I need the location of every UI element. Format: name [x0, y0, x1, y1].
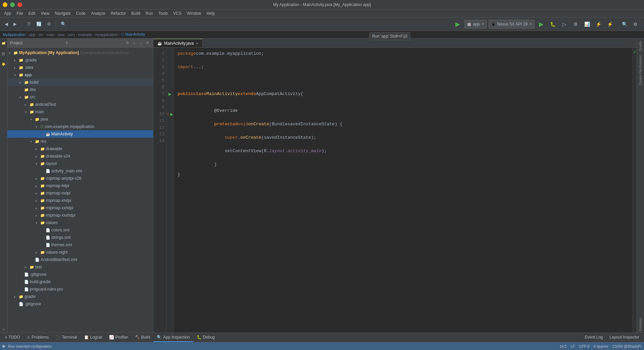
code-content[interactable]: package com.example.myapplication; impor… — [174, 48, 633, 333]
apply-code-changes-button[interactable]: ⚡ — [605, 19, 614, 29]
tree-item-gradle[interactable]: ▸ 📁 .gradle — [7, 56, 153, 64]
project-tool-button[interactable]: 📁 — [1, 40, 6, 48]
tree-item-colors-xml[interactable]: 📄 colors.xml — [7, 226, 153, 234]
tree-item-gitignore-root[interactable]: 📄 .gitignore — [7, 300, 153, 308]
tree-item-values-night[interactable]: ▸ 📁 values-night — [7, 249, 153, 256]
event-log-button[interactable]: Event Log — [581, 333, 606, 342]
resource-manager-button[interactable]: 🖼 — [1, 50, 6, 58]
tree-item-mipmap-xxxhdpi[interactable]: ▸ 📁 mipmap-xxxhdpi — [7, 212, 153, 219]
menu-refactor[interactable]: Refactor — [108, 10, 129, 16]
minimize-button[interactable] — [3, 2, 7, 7]
tree-item-mipmap-xhdpi[interactable]: ▸ 📁 mipmap-xhdpi — [7, 197, 153, 204]
run-config-arrow[interactable]: ▶ — [453, 19, 462, 29]
tree-item-mipmap-xxhdpi[interactable]: ▸ 📁 mipmap-xxhdpi — [7, 204, 153, 212]
forward-button[interactable]: ▶ — [11, 19, 19, 29]
menu-code[interactable]: Code — [73, 10, 89, 16]
bottom-tab-debug[interactable]: 🐛 Debug — [193, 333, 218, 342]
tree-item-themes-xml[interactable]: 📄 themes.xml — [7, 241, 153, 249]
breadcrumb-part-0[interactable]: MyApplication — [3, 33, 26, 37]
favorites-button[interactable]: ⭐ — [1, 60, 6, 69]
menu-help[interactable]: Help — [204, 10, 217, 16]
tree-item-androidmanifest[interactable]: 📄 AndroidManifest.xml — [7, 256, 153, 263]
bottom-tab-app-inspection[interactable]: 🔍 App Inspection — [153, 333, 193, 342]
status-indent[interactable]: 4 spaces — [594, 344, 608, 348]
profile-button[interactable]: 📊 — [582, 19, 592, 29]
menu-run[interactable]: Run — [143, 10, 156, 16]
bottom-tab-problems[interactable]: ⚠ Problems — [23, 333, 52, 342]
gradle-panel-button[interactable]: Gradle — [638, 40, 643, 52]
tree-item-app[interactable]: ▾ 📁 app — [7, 71, 153, 79]
menu-app[interactable]: App — [1, 10, 14, 16]
bottom-tab-logcat[interactable]: 📋 Logcat — [81, 333, 106, 342]
tree-item-mainactivity[interactable]: ☕ MainActivity — [7, 130, 153, 138]
tree-item-drawable-v24[interactable]: ▸ 📁 drawable-v24 — [7, 152, 153, 160]
tree-item-res[interactable]: ▾ 📁 res — [7, 138, 153, 145]
tree-item-proguard[interactable]: 📄 proguard-rules.pro — [7, 286, 153, 293]
tree-item-drawable[interactable]: ▸ 📁 drawable — [7, 145, 153, 152]
tree-item-test[interactable]: ▸ 📁 test — [7, 263, 153, 271]
attach-debugger-button[interactable]: ⚙ — [571, 19, 580, 29]
debug-button[interactable]: 🐛 — [548, 19, 557, 29]
emulator-button[interactable]: Emulator — [638, 316, 643, 333]
tree-item-androidtest[interactable]: ▸ 📁 androidTest — [7, 101, 153, 108]
menu-build[interactable]: Build — [129, 10, 143, 16]
back-button[interactable]: ◀ — [3, 19, 10, 29]
menu-tools[interactable]: Tools — [156, 10, 170, 16]
menu-view[interactable]: View — [38, 10, 52, 16]
menu-window[interactable]: Window — [184, 10, 204, 16]
bottom-tab-todo[interactable]: ≡ TODO — [1, 333, 23, 342]
status-line-ending[interactable]: LF — [571, 344, 575, 348]
maximize-button[interactable] — [10, 2, 15, 7]
menu-file[interactable]: File — [14, 10, 26, 16]
settings-button[interactable]: ⚙ — [45, 19, 53, 29]
tree-item-mipmap-hdpi[interactable]: ▸ 📁 mipmap-hdpi — [7, 182, 153, 189]
bottom-tab-build[interactable]: 🔨 Build — [132, 333, 154, 342]
project-sync-button[interactable]: 🔄 — [34, 19, 44, 29]
recent-files-button[interactable]: ⏱ — [24, 19, 33, 29]
close-button[interactable] — [17, 2, 22, 7]
status-caret-pos[interactable]: 14:2 — [559, 344, 566, 348]
tree-item-build-gradle-app[interactable]: 📄 build.gradle — [7, 278, 153, 286]
class-run-icon[interactable]: ▶ — [168, 92, 171, 96]
menu-analyze[interactable]: Analyze — [88, 10, 108, 16]
run-with-coverage-button[interactable]: ▷ — [559, 19, 569, 29]
tree-item-libs[interactable]: 📁 libs — [7, 86, 153, 93]
device-dropdown[interactable]: 📱 Nexus 5X API 29 ▼ — [489, 20, 535, 29]
method-run-icon[interactable]: ▶ — [170, 112, 173, 117]
tree-item-activity-main-xml[interactable]: 📄 activity_main.xml — [7, 167, 153, 175]
app-config-dropdown[interactable]: 🤖 app ▼ — [464, 20, 487, 29]
tab-close-button[interactable]: ✕ — [196, 42, 198, 45]
tree-item-mipmap-anydpi[interactable]: ▸ 📁 mipmap-anydpi-v26 — [7, 175, 153, 182]
project-collapse-button[interactable]: ≡ — [132, 40, 137, 46]
tree-item-idea[interactable]: ▸ 📁 .idea — [7, 64, 153, 71]
tree-item-gradle-folder[interactable]: ▸ 📁 gradle — [7, 293, 153, 300]
breadcrumb-part-1[interactable]: app — [29, 33, 35, 37]
settings-gear-button[interactable]: ⚙ — [631, 19, 640, 29]
layout-inspector-button[interactable]: Layout Inspector — [606, 333, 643, 342]
tree-item-gitignore-app[interactable]: 📄 .gitignore — [7, 271, 153, 278]
tree-item-java[interactable]: ▾ 📁 java — [7, 116, 153, 123]
tree-item-myapplication[interactable]: ▾ 📁 MyApplication [My Application] D:\pr… — [7, 49, 153, 56]
breadcrumb-part-6[interactable]: example — [78, 33, 92, 37]
menu-navigate[interactable]: Navigate — [52, 10, 73, 16]
breadcrumb-part-2[interactable]: src — [38, 33, 43, 37]
breadcrumb-part-7[interactable]: myapplication — [95, 33, 118, 37]
apply-changes-button[interactable]: ⚡ — [594, 19, 603, 29]
status-encoding[interactable]: UTF-8 — [579, 344, 589, 348]
breadcrumb-part-8[interactable]: ⬡ MainActivity — [121, 32, 145, 37]
search-everywhere-button[interactable]: 🔍 — [59, 19, 68, 29]
breadcrumb-part-4[interactable]: java — [58, 33, 64, 37]
device-file-explorer-button[interactable]: Device File Explorer — [638, 54, 643, 86]
tree-item-src[interactable]: ▾ 📁 src — [7, 93, 153, 101]
tree-item-values[interactable]: ▾ 📁 values — [7, 219, 153, 226]
tree-item-main[interactable]: ▾ 📁 main — [7, 108, 153, 116]
project-sort-button[interactable]: ↕ — [138, 40, 144, 46]
tree-item-mipmap-mdpi[interactable]: ▸ 📁 mipmap-mdpi — [7, 189, 153, 197]
tree-item-strings-xml[interactable]: 📄 strings.xml — [7, 234, 153, 241]
tree-item-build[interactable]: ▸ 📁 build — [7, 79, 153, 86]
project-gear-button[interactable]: ⚙ — [125, 40, 130, 46]
tab-mainactivity[interactable]: ☕ MainActivity.java ✕ — [153, 39, 203, 47]
run-button[interactable]: ▶ — [537, 19, 546, 29]
tree-item-layout[interactable]: ▾ 📁 layout — [7, 160, 153, 167]
bottom-tab-terminal[interactable]: ⬛ Terminal — [52, 333, 80, 342]
